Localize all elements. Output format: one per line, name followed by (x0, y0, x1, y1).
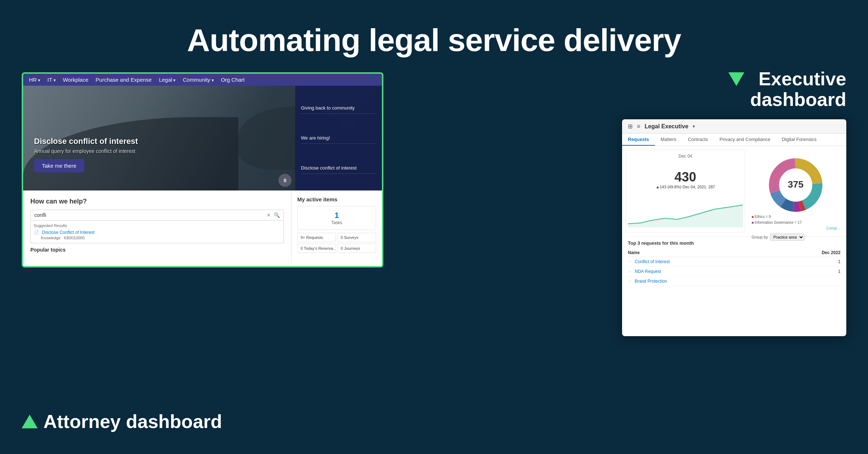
row-count-2: 1 (838, 269, 841, 274)
popular-topics-label: Popular topics (30, 247, 284, 253)
bars-icon: ≡ (637, 123, 640, 130)
group-by-select[interactable]: Practice area (770, 234, 804, 241)
surveys-cell[interactable]: 0 Surveys (337, 233, 376, 242)
col-name: Name (628, 250, 640, 255)
search-box: ✕ 🔍 (30, 210, 284, 220)
executive-browser: ⊞ ≡ Legal Executive ▾ Requests Matters C… (622, 119, 846, 336)
table-header: Name Dec 2022 (628, 249, 841, 257)
tab-matters[interactable]: Matters (655, 134, 682, 146)
content-area: HR IT Workplace Purchase and Expense Leg… (22, 72, 846, 440)
tab-privacy[interactable]: Privacy and Compliance (714, 134, 776, 146)
row-name-2[interactable]: NDA Request (635, 269, 661, 274)
chart-change: ▲143 (49.8%) Dec 04, 2021: 287 (630, 185, 741, 189)
grid-icon: ⊞ (628, 123, 633, 130)
exec-body: Dec 04 430 ▲143 (49.8%) Dec 04, 2021: 28… (622, 146, 846, 236)
reservations-cell[interactable]: 0 Today's Reserva... (297, 244, 336, 253)
exec-header: ⊞ ≡ Legal Executive ▾ (622, 119, 846, 134)
attorney-label-text: Attorney dashboard (43, 411, 222, 432)
row-left: ☆ Conflict of Interest (628, 259, 670, 264)
requests-cell[interactable]: 9+ Requests (297, 233, 336, 242)
executive-dashboard-label: Executive dashboard (728, 69, 846, 110)
hero-text: Disclose conflict of interest Annual que… (34, 137, 138, 172)
hero-sidebar: Giving back to community We are hiring! … (295, 86, 382, 190)
triangle-down-icon (728, 72, 744, 86)
active-items-title: My active items (297, 196, 376, 202)
attorney-browser: HR IT Workplace Purchase and Expense Leg… (22, 72, 383, 267)
help-title: How can we help? (30, 198, 284, 205)
row-name-3[interactable]: Brand Protection (635, 279, 667, 284)
hero-subtitle: Annual query for employee conflict of in… (34, 148, 138, 154)
table-row: ☆ NDA Request 1 (628, 267, 841, 277)
suggested-sub: Knowledge KB0010005 (41, 236, 281, 240)
search-input[interactable] (34, 212, 267, 218)
star-icon-2[interactable]: ☆ (628, 269, 632, 274)
exec-window-title: Legal Executive (644, 123, 688, 130)
donut-chart-area: 375 ■ Ethics = 9 ■ Information Governanc… (749, 150, 843, 233)
hero-title: Disclose conflict of interest (34, 137, 138, 146)
suggested-item[interactable]: 📄 Disclose Conflict of Interest (34, 230, 281, 235)
nav-item-community[interactable]: Community (183, 77, 213, 83)
attorney-dashboard-panel: HR IT Workplace Purchase and Expense Leg… (22, 72, 622, 440)
sidebar-link-hiring[interactable]: We are hiring! (301, 132, 376, 144)
svg-marker-0 (628, 205, 743, 227)
search-dropdown: Suggested Results 📄 Disclose Conflict of… (30, 220, 284, 243)
search-icon[interactable]: 🔍 (274, 212, 280, 218)
star-icon-1[interactable]: ☆ (628, 259, 632, 264)
pause-button[interactable]: ⏸ (278, 174, 292, 187)
row-left: ☆ NDA Request (628, 269, 661, 274)
nav-item-orgchart[interactable]: Org Chart (221, 77, 245, 83)
doc-icon: 📄 (34, 230, 39, 235)
exec-table-section: Top 3 requests for this month Name Dec 2… (622, 236, 846, 290)
chart-date: Dec 04 (630, 154, 741, 159)
items-grid: 9+ Requests 0 Surveys 0 Today's Reserva.… (297, 233, 376, 253)
attorney-dashboard-label: Attorney dashboard (22, 411, 222, 432)
nav-bar: HR IT Workplace Purchase and Expense Leg… (23, 74, 382, 86)
table-title: Top 3 requests for this month (628, 240, 841, 246)
page-title: Automating legal service delivery (0, 0, 868, 59)
tab-requests[interactable]: Requests (622, 134, 655, 146)
help-section: How can we help? ✕ 🔍 Suggested Results 📄… (23, 190, 292, 263)
triangle-up-icon (22, 415, 38, 428)
donut-center-text: 375 (788, 179, 803, 190)
line-chart-area: Dec 04 430 ▲143 (49.8%) Dec 04, 2021: 28… (626, 150, 745, 233)
tasks-box: 1 Tasks (297, 206, 376, 230)
sidebar-link-community[interactable]: Giving back to community (301, 102, 376, 114)
browser-bottom: How can we help? ✕ 🔍 Suggested Results 📄… (23, 190, 382, 263)
active-items-section: My active items 1 Tasks 9+ Requests 0 Su… (292, 190, 382, 263)
group-by-label: Group by (752, 235, 768, 239)
row-left: ☆ Brand Protection (628, 279, 667, 284)
group-by-section: Group by Practice area (752, 234, 840, 241)
suggested-label: Suggested Results (34, 223, 281, 228)
suggested-item-name[interactable]: Disclose Conflict of Interest (42, 230, 94, 235)
tasks-count: 1 (302, 211, 371, 220)
nav-item-hr[interactable]: HR (29, 77, 40, 83)
executive-dashboard-panel: Executive dashboard ⊞ ≡ Legal Executive … (637, 72, 846, 440)
executive-label-text: Executive dashboard (750, 69, 846, 110)
exec-dropdown-arrow[interactable]: ▾ (693, 124, 695, 129)
take-me-there-button[interactable]: Take me there (34, 159, 84, 172)
row-name-1[interactable]: Conflict of Interest (635, 259, 670, 264)
exec-tabs: Requests Matters Contracts Privacy and C… (622, 134, 846, 146)
journeys-cell[interactable]: 0 Journeys (337, 244, 376, 253)
tab-contracts[interactable]: Contracts (682, 134, 714, 146)
line-chart-svg (628, 202, 743, 229)
tab-digital-forensics[interactable]: Digital Forensics (776, 134, 822, 146)
nav-item-purchase[interactable]: Purchase and Expense (95, 77, 152, 83)
search-icons: ✕ 🔍 (267, 212, 280, 218)
table-row: ☆ Brand Protection (628, 277, 841, 286)
sidebar-link-conflict[interactable]: Disclose conflict of interest (301, 162, 376, 174)
nav-item-legal[interactable]: Legal (159, 77, 175, 83)
hero-section: Disclose conflict of interest Annual que… (23, 86, 382, 190)
col-date: Dec 2022 (822, 250, 841, 255)
table-row: ☆ Conflict of Interest 1 (628, 257, 841, 267)
tasks-label: Tasks (302, 220, 371, 225)
donut-container: 375 (752, 153, 840, 218)
clear-icon[interactable]: ✕ (267, 212, 271, 218)
star-icon-3[interactable]: ☆ (628, 279, 632, 284)
chart-value: 430 (630, 170, 741, 185)
nav-item-it[interactable]: IT (47, 77, 56, 83)
nav-item-workplace[interactable]: Workplace (63, 77, 89, 83)
row-count-1: 1 (838, 259, 841, 264)
